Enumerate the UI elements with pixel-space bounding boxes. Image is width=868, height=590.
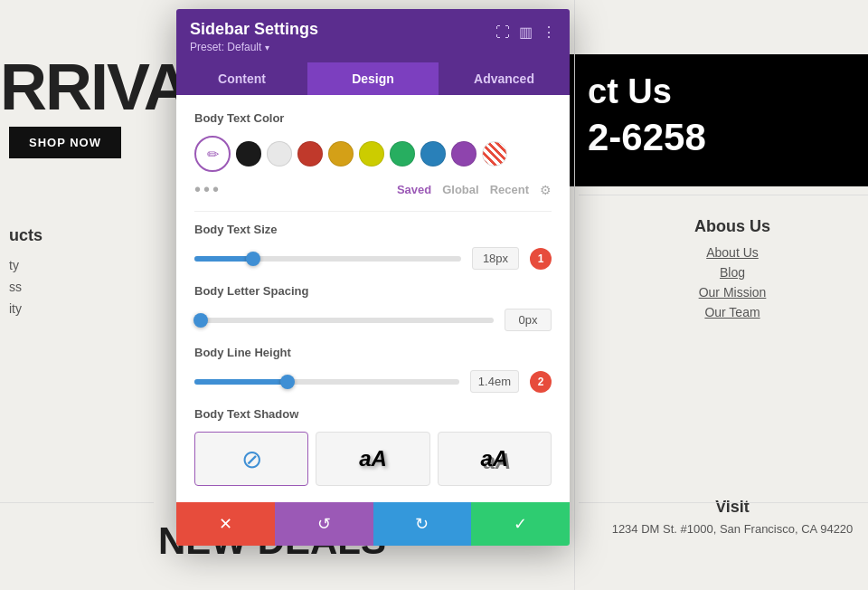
color-picker-active[interactable]: ✏: [194, 136, 231, 172]
products-label: ucts: [9, 226, 42, 245]
color-tab-global[interactable]: Global: [442, 183, 478, 196]
cancel-button[interactable]: ✕: [176, 502, 275, 546]
expand-icon[interactable]: ⛶: [495, 24, 510, 41]
body-line-height-slider-row: 1.4em 2: [194, 370, 552, 393]
slider-thumb-spacing[interactable]: [193, 313, 208, 328]
slider-track-spacing: [194, 318, 494, 323]
color-picker-row: ✏: [194, 136, 552, 172]
shop-now-button: SHOP NOW: [9, 127, 121, 158]
separator-vertical: [574, 0, 575, 590]
body-line-height-label: Body Line Height: [194, 346, 552, 359]
color-swatch-blue[interactable]: [420, 141, 446, 167]
columns-icon[interactable]: ▥: [519, 24, 533, 41]
color-swatch-red[interactable]: [297, 141, 323, 167]
color-tab-recent[interactable]: Recent: [490, 183, 529, 196]
color-tab-saved[interactable]: Saved: [397, 183, 431, 196]
body-text-color-label: Body Text Color: [194, 111, 552, 125]
slider-fill-size: [194, 256, 253, 262]
reset-button[interactable]: ↺: [275, 502, 373, 546]
body-text-size-slider[interactable]: [194, 256, 461, 262]
contact-header: ct Us 2-6258: [570, 54, 868, 186]
shadow-option-hard[interactable]: aA: [438, 432, 552, 486]
panel-header-icons: ⛶ ▥ ⋮: [495, 24, 556, 41]
separator-h2: [579, 502, 868, 503]
panel-footer: ✕ ↺ ↻ ✓: [176, 502, 570, 546]
badge-2: 2: [530, 371, 552, 393]
color-swatch-strikethrough[interactable]: [482, 141, 507, 167]
panel-title: Sidebar Settings: [190, 20, 318, 39]
panel-tabs: Content Design Advanced: [176, 62, 570, 95]
tab-design[interactable]: Design: [307, 62, 439, 95]
shadow-option-soft[interactable]: aA: [316, 432, 429, 486]
slider-track-size: [194, 256, 461, 262]
more-options-icon[interactable]: ⋮: [542, 24, 556, 41]
visit-title: Visit: [606, 498, 859, 517]
slider-track-height: [194, 379, 459, 385]
body-letter-spacing-slider[interactable]: [194, 318, 494, 323]
color-swatch-black[interactable]: [236, 141, 261, 167]
tab-advanced[interactable]: Advanced: [439, 62, 570, 95]
gear-icon[interactable]: ⚙: [540, 183, 552, 197]
badge-1: 1: [530, 248, 552, 270]
preset-arrow-icon: ▾: [265, 43, 269, 52]
color-more-dots[interactable]: •••: [194, 179, 222, 200]
shadow-option-none[interactable]: ⊘: [194, 432, 308, 486]
divider-1: [194, 211, 552, 212]
slider-thumb-size[interactable]: [246, 252, 260, 266]
tab-content[interactable]: Content: [176, 62, 307, 95]
body-line-height-value: 1.4em: [470, 370, 519, 393]
redo-button[interactable]: ↻: [373, 502, 472, 546]
shadow-options: ⊘ aA aA: [194, 432, 552, 486]
contact-phone: 2-6258: [588, 116, 850, 159]
separator-h1: [579, 195, 868, 195]
no-shadow-icon: ⊘: [241, 444, 262, 474]
color-swatch-purple[interactable]: [451, 141, 476, 167]
pencil-icon: ✏: [207, 146, 219, 163]
panel-header: Sidebar Settings Preset: Default ▾ ⛶ ▥ ⋮: [176, 9, 570, 62]
body-text-size-value: 18px: [472, 247, 519, 270]
save-button[interactable]: ✓: [471, 502, 570, 546]
color-tabs: Saved Global Recent ⚙: [397, 183, 552, 197]
slider-fill-height: [194, 379, 288, 385]
body-line-height-slider[interactable]: [194, 379, 459, 385]
body-text-size-section: Body Text Size 18px 1: [194, 223, 552, 270]
panel-title-block: Sidebar Settings Preset: Default ▾: [190, 20, 318, 53]
color-swatch-white[interactable]: [267, 141, 292, 167]
body-letter-spacing-label: Body Letter Spacing: [194, 284, 552, 298]
body-line-height-section: Body Line Height 1.4em 2: [194, 346, 552, 393]
separator-h3: [0, 502, 154, 503]
color-swatch-green[interactable]: [390, 141, 415, 167]
about-us-links: About Us Blog Our Mission Our Team: [606, 245, 859, 319]
body-text-shadow-label: Body Text Shadow: [194, 407, 552, 421]
about-us-section: Abous Us About Us Blog Our Mission Our T…: [606, 217, 859, 325]
body-text-size-slider-row: 18px 1: [194, 247, 552, 270]
soft-shadow-label: aA: [359, 446, 387, 471]
color-swatch-yellow[interactable]: [359, 141, 384, 167]
visit-address: 1234 DM St. #1000, San Francisco, CA 942…: [606, 522, 859, 536]
panel-preset[interactable]: Preset: Default ▾: [190, 41, 318, 53]
slider-thumb-height[interactable]: [280, 375, 295, 389]
product-links: ty ss ity: [9, 258, 22, 323]
color-swatch-gold[interactable]: [328, 141, 354, 167]
color-row-more: ••• Saved Global Recent ⚙: [194, 179, 552, 200]
body-text-size-label: Body Text Size: [194, 223, 552, 236]
body-letter-spacing-value: 0px: [505, 309, 552, 331]
panel-body: Body Text Color ✏ ••• Saved Global Recen…: [176, 95, 570, 502]
about-us-title: Abous Us: [606, 217, 859, 236]
preset-label: Preset: Default: [190, 41, 261, 53]
hard-shadow-label: aA: [480, 446, 508, 471]
visit-section: Visit 1234 DM St. #1000, San Francisco, …: [606, 498, 859, 536]
contact-title: ct Us: [588, 72, 850, 111]
sidebar-settings-panel: Sidebar Settings Preset: Default ▾ ⛶ ▥ ⋮…: [176, 9, 570, 546]
body-letter-spacing-section: Body Letter Spacing 0px: [194, 284, 552, 331]
body-letter-spacing-slider-row: 0px: [194, 309, 552, 331]
